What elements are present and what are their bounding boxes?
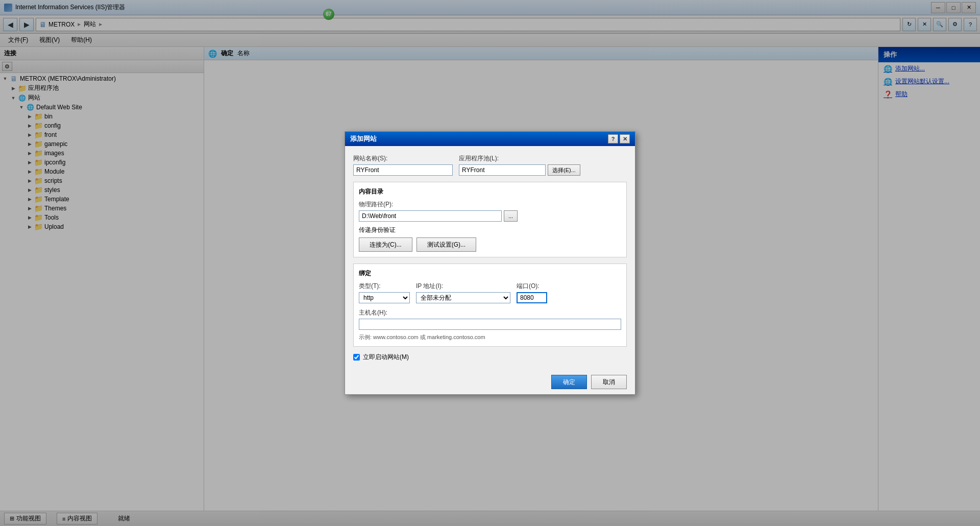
connect-as-button[interactable]: 连接为(C)... bbox=[359, 237, 412, 252]
start-checkbox-row: 立即启动网站(M) bbox=[353, 353, 627, 362]
port-input[interactable] bbox=[517, 292, 547, 303]
type-label: 类型(T): bbox=[359, 282, 410, 291]
app-pool-group: 应用程序池(L): 选择(E)... bbox=[459, 154, 580, 176]
binding-section: 绑定 类型(T): http https IP 地址(I): 全部未分配 bbox=[353, 264, 627, 347]
port-group: 端口(O): bbox=[517, 282, 547, 303]
content-dir-section: 内容目录 物理路径(P): ... 传递身份验证 连接为(C)... 测试设置(… bbox=[353, 182, 627, 257]
dialog-footer: 确定 取消 bbox=[345, 370, 635, 394]
app-pool-row: 选择(E)... bbox=[459, 164, 580, 176]
app-pool-label: 应用程序池(L): bbox=[459, 154, 580, 163]
dialog-content: 网站名称(S): 应用程序池(L): 选择(E)... 内容目录 物理路径(P)… bbox=[345, 146, 635, 370]
physical-path-group: 物理路径(P): ... bbox=[359, 200, 621, 222]
dialog-titlebar-buttons: ? ✕ bbox=[608, 134, 630, 144]
passthrough-auth-label: 传递身份验证 bbox=[359, 226, 621, 234]
physical-path-label: 物理路径(P): bbox=[359, 200, 621, 209]
select-button[interactable]: 选择(E)... bbox=[548, 164, 580, 176]
start-checkbox-label: 立即启动网站(M) bbox=[363, 353, 409, 362]
dialog-titlebar: 添加网站 ? ✕ bbox=[345, 132, 635, 146]
site-name-row: 网站名称(S): 应用程序池(L): 选择(E)... bbox=[353, 154, 627, 176]
browse-button[interactable]: ... bbox=[504, 210, 518, 222]
test-settings-button[interactable]: 测试设置(G)... bbox=[416, 237, 476, 252]
ip-group: IP 地址(I): 全部未分配 bbox=[416, 282, 510, 303]
hostname-input[interactable] bbox=[359, 319, 621, 330]
physical-path-input[interactable] bbox=[359, 210, 502, 222]
hostname-group: 主机名(H): 示例: www.contoso.com 或 marketing.… bbox=[359, 308, 621, 341]
binding-title: 绑定 bbox=[359, 269, 621, 278]
app-pool-input[interactable] bbox=[459, 164, 546, 176]
port-label: 端口(O): bbox=[517, 282, 547, 291]
dialog-overlay: 添加网站 ? ✕ 网站名称(S): 应用程序池(L): 选择(E)... bbox=[0, 0, 980, 526]
binding-row: 类型(T): http https IP 地址(I): 全部未分配 端口(O bbox=[359, 282, 621, 303]
ip-label: IP 地址(I): bbox=[416, 282, 510, 291]
site-name-input[interactable] bbox=[353, 164, 453, 176]
ok-button[interactable]: 确定 bbox=[551, 375, 587, 389]
content-dir-title: 内容目录 bbox=[359, 187, 621, 196]
site-name-label: 网站名称(S): bbox=[353, 154, 453, 163]
ip-select[interactable]: 全部未分配 bbox=[416, 292, 510, 303]
site-name-group: 网站名称(S): bbox=[353, 154, 453, 176]
start-checkbox[interactable] bbox=[353, 354, 360, 361]
dialog-help-button[interactable]: ? bbox=[608, 134, 618, 144]
physical-path-row: ... bbox=[359, 210, 621, 222]
dialog-title: 添加网站 bbox=[350, 134, 377, 144]
hostname-hint: 示例: www.contoso.com 或 marketing.contoso.… bbox=[359, 333, 621, 341]
auth-buttons: 连接为(C)... 测试设置(G)... bbox=[359, 237, 621, 252]
dialog-close-button[interactable]: ✕ bbox=[620, 134, 630, 144]
cancel-button[interactable]: 取消 bbox=[591, 375, 627, 389]
hostname-label: 主机名(H): bbox=[359, 308, 621, 317]
type-group: 类型(T): http https bbox=[359, 282, 410, 303]
type-select[interactable]: http https bbox=[359, 292, 410, 303]
add-site-dialog: 添加网站 ? ✕ 网站名称(S): 应用程序池(L): 选择(E)... bbox=[345, 131, 635, 395]
